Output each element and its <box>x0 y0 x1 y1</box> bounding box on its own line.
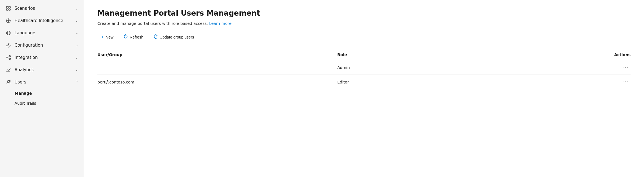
scenarios-icon <box>6 6 11 11</box>
sidebar-item-label-integration: Integration <box>15 55 38 60</box>
cell-role: Admin <box>337 60 577 75</box>
cell-user <box>97 60 337 75</box>
sidebar-item-label-users: Users <box>15 80 26 85</box>
healthcare-icon <box>6 18 11 23</box>
table-row: Admin ··· <box>97 60 631 75</box>
integration-icon <box>6 55 11 60</box>
description-text: Create and manage portal users with role… <box>97 21 208 26</box>
col-header-actions: Actions <box>577 50 631 60</box>
new-button[interactable]: + New <box>97 33 117 42</box>
plus-icon: + <box>101 35 104 40</box>
svg-point-9 <box>9 56 11 57</box>
sidebar-item-users[interactable]: Users ⌃ <box>0 76 84 88</box>
row-actions-button[interactable]: ··· <box>621 64 631 71</box>
svg-rect-0 <box>6 6 8 8</box>
refresh-button[interactable]: Refresh <box>120 32 147 42</box>
svg-point-11 <box>8 80 9 82</box>
toolbar: + New Refresh Update group use <box>97 32 631 42</box>
sidebar-item-integration[interactable]: Integration ⌄ <box>0 51 84 64</box>
sidebar-item-scenarios[interactable]: Scenarios ⌄ <box>0 2 84 15</box>
chevron-down-icon: ⌄ <box>75 68 78 72</box>
sidebar: Scenarios ⌄ Healthcare Intelligence ⌄ <box>0 0 84 177</box>
sidebar-item-healthcare-intelligence[interactable]: Healthcare Intelligence ⌄ <box>0 15 84 27</box>
table-row: bert@contoso.com Editor ··· <box>97 75 631 89</box>
svg-point-10 <box>9 58 11 60</box>
svg-point-7 <box>8 45 9 46</box>
cell-user: bert@contoso.com <box>97 75 337 89</box>
refresh-icon <box>123 34 128 40</box>
svg-rect-2 <box>6 9 8 10</box>
sidebar-item-label-healthcare: Healthcare Intelligence <box>15 18 63 23</box>
chevron-down-icon: ⌄ <box>75 6 78 10</box>
sidebar-sub-item-manage[interactable]: Manage <box>0 88 84 98</box>
row-actions-button[interactable]: ··· <box>621 78 631 86</box>
new-button-label: New <box>106 35 113 39</box>
chevron-down-icon: ⌄ <box>75 43 78 47</box>
page-title: Management Portal Users Management <box>97 9 631 17</box>
main-content: Management Portal Users Management Creat… <box>84 0 644 177</box>
svg-point-8 <box>6 57 8 58</box>
svg-point-12 <box>9 80 10 82</box>
page-description: Create and manage portal users with role… <box>97 21 631 26</box>
svg-rect-1 <box>9 6 10 8</box>
learn-more-link[interactable]: Learn more <box>209 21 231 26</box>
sidebar-sub-item-manage-label: Manage <box>15 91 32 95</box>
sidebar-item-label-analytics: Analytics <box>15 67 34 72</box>
configuration-icon <box>6 42 11 48</box>
sidebar-item-analytics[interactable]: Analytics ⌄ <box>0 64 84 76</box>
language-icon <box>6 30 11 36</box>
sidebar-item-language[interactable]: Language ⌄ <box>0 27 84 39</box>
update-group-button-label: Update group users <box>160 35 194 39</box>
sidebar-item-configuration[interactable]: Configuration ⌄ <box>0 39 84 51</box>
update-group-button[interactable]: Update group users <box>149 32 198 42</box>
col-header-role: Role <box>337 50 577 60</box>
update-group-icon <box>153 34 158 40</box>
cell-actions: ··· <box>577 75 631 89</box>
chevron-up-icon: ⌃ <box>75 80 78 84</box>
refresh-button-label: Refresh <box>130 35 143 39</box>
svg-rect-3 <box>9 9 10 10</box>
users-icon <box>6 79 11 85</box>
sidebar-sub-item-audit-trails[interactable]: Audit Trails <box>0 98 84 108</box>
cell-actions: ··· <box>577 60 631 75</box>
sidebar-item-label-configuration: Configuration <box>15 43 43 48</box>
sidebar-item-label-language: Language <box>15 30 35 35</box>
sidebar-item-label-scenarios: Scenarios <box>15 6 35 11</box>
chevron-down-icon: ⌄ <box>75 31 78 35</box>
chevron-down-icon: ⌄ <box>75 19 78 23</box>
analytics-icon <box>6 67 11 73</box>
users-table: User/Group Role Actions Admin ··· bert@c… <box>97 50 631 89</box>
sidebar-sub-item-audit-trails-label: Audit Trails <box>15 101 36 106</box>
chevron-down-icon: ⌄ <box>75 56 78 59</box>
col-header-user-group: User/Group <box>97 50 337 60</box>
cell-role: Editor <box>337 75 577 89</box>
